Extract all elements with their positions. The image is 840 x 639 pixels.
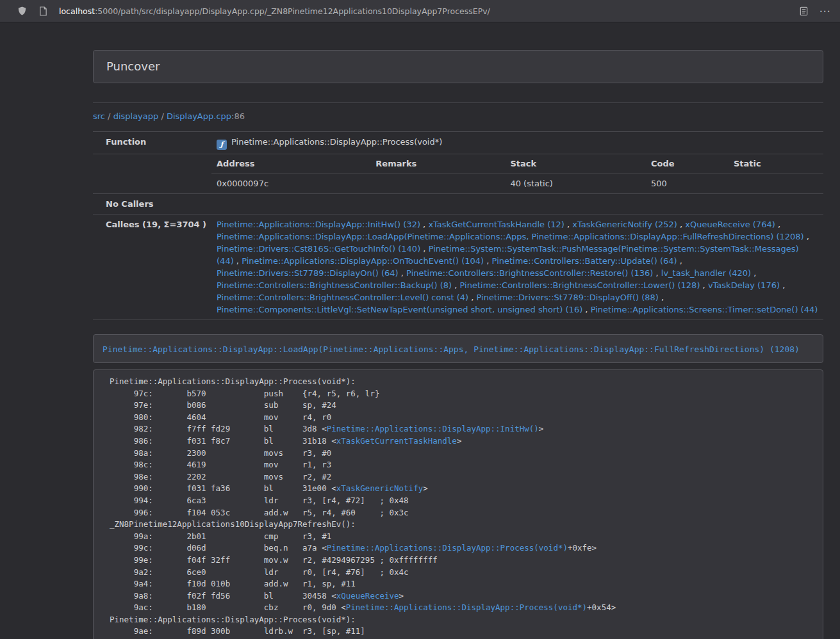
breadcrumb-link[interactable]: src: [93, 111, 105, 121]
overflow-menu-icon[interactable]: ⋯: [817, 3, 832, 19]
no-callers-row: No Callers: [93, 194, 823, 214]
no-callers-label: No Callers: [93, 194, 211, 214]
col-header-stack: Stack: [505, 154, 646, 174]
callee-link[interactable]: xTaskGenericNotify (252): [572, 220, 677, 229]
code-symbol-link[interactable]: xQueueReceive: [336, 591, 399, 601]
code-symbol-link[interactable]: Pinetime::Applications::DisplayApp::Init…: [327, 424, 539, 433]
callees-label: Callees (19, Σ=3704 ): [93, 214, 211, 320]
callee-link[interactable]: lv_task_handler (420): [661, 268, 751, 278]
callee-link[interactable]: Pinetime::Controllers::BrightnessControl…: [460, 280, 700, 290]
function-name: Pinetime::Applications::DisplayApp::Proc…: [231, 137, 442, 147]
metrics-row: Address Remarks Stack Code Static 0x0000…: [93, 154, 823, 194]
callee-link[interactable]: Pinetime::Components::LittleVgl::SetNewT…: [217, 305, 582, 314]
function-icon: ƒ: [217, 140, 227, 150]
code-symbol-link[interactable]: Pinetime::Applications::DisplayApp::Proc…: [346, 603, 587, 612]
stack-value: 40 (static): [505, 174, 646, 194]
function-row: Function ƒPinetime::Applications::Displa…: [93, 132, 823, 154]
col-header-remarks: Remarks: [370, 154, 505, 174]
breadcrumb-separator: /: [158, 111, 167, 121]
url-path: :5000/path/src/displayapp/DisplayApp.cpp…: [95, 6, 490, 16]
callee-link[interactable]: Pinetime::Controllers::BrightnessControl…: [406, 268, 653, 278]
reader-view-icon[interactable]: [796, 3, 811, 19]
callees-row: Callees (19, Σ=3704 ) Pinetime::Applicat…: [93, 214, 823, 320]
function-table: Function ƒPinetime::Applications::Displa…: [93, 131, 823, 320]
address-value: 0x0000097c: [211, 174, 370, 194]
divider: [93, 102, 823, 103]
callee-link[interactable]: Pinetime::Drivers::Cst816S::GetTouchInfo…: [217, 244, 420, 254]
callee-link[interactable]: Pinetime::Drivers::St7789::DisplayOff() …: [477, 293, 659, 302]
callees-cell: Pinetime::Applications::DisplayApp::Init…: [211, 214, 823, 320]
callee-link[interactable]: xTaskGetCurrentTaskHandle (12): [428, 220, 564, 229]
loadapp-link[interactable]: Pinetime::Applications::DisplayApp::Load…: [103, 344, 800, 354]
code-panel: Pinetime::Applications::DisplayApp::Proc…: [93, 369, 823, 639]
breadcrumb: src / displayapp / DisplayApp.cpp:86: [93, 111, 823, 122]
tracking-protection-shield-icon[interactable]: [14, 3, 29, 19]
page-content: Puncover src / displayapp / DisplayApp.c…: [93, 50, 823, 639]
callee-link[interactable]: Pinetime::Applications::DisplayApp::Init…: [217, 220, 420, 229]
code-symbol-link[interactable]: Pinetime::Applications::DisplayApp::Proc…: [327, 543, 568, 553]
callee-link[interactable]: xQueueReceive (764): [685, 220, 775, 229]
callee-link[interactable]: vTaskDelay (176): [708, 280, 780, 290]
breadcrumb-link[interactable]: displayapp: [113, 111, 159, 121]
callee-link[interactable]: Pinetime::Controllers::Battery::Update()…: [492, 256, 677, 266]
metrics-table: Address Remarks Stack Code Static 0x0000…: [211, 154, 823, 193]
col-header-static: Static: [729, 154, 823, 174]
page-info-icon[interactable]: [35, 3, 51, 19]
breadcrumb-separator: /: [105, 111, 113, 121]
puncover-header-panel: Puncover: [93, 50, 823, 83]
function-row-label: Function: [93, 132, 211, 154]
callee-link[interactable]: Pinetime::Applications::DisplayApp::Load…: [217, 232, 804, 241]
remarks-value: [370, 174, 505, 194]
callee-link[interactable]: Pinetime::Controllers::BrightnessControl…: [217, 280, 452, 290]
url-host: localhost: [59, 6, 95, 16]
callee-link[interactable]: Pinetime::Controllers::BrightnessControl…: [217, 293, 468, 302]
callee-link[interactable]: Pinetime::Applications::Screens::Timer::…: [591, 305, 818, 314]
metrics-values-row: 0x0000097c 40 (static) 500: [211, 174, 823, 194]
callee-link[interactable]: Pinetime::Applications::DisplayApp::OnTo…: [242, 256, 484, 266]
disassembly-pre: Pinetime::Applications::DisplayApp::Proc…: [110, 376, 807, 639]
highlight-panel: Pinetime::Applications::DisplayApp::Load…: [93, 334, 823, 363]
col-header-code: Code: [646, 154, 729, 174]
page-title: Puncover: [106, 60, 160, 73]
breadcrumb-link[interactable]: DisplayApp.cpp: [167, 111, 231, 121]
callee-link[interactable]: Pinetime::Drivers::St7789::DisplayOn() (…: [217, 268, 399, 278]
code-value: 500: [646, 174, 729, 194]
breadcrumb-line-number: :86: [231, 111, 245, 121]
code-symbol-link[interactable]: xTaskGetCurrentTaskHandle: [336, 436, 457, 446]
static-value: [729, 174, 823, 194]
browser-toolbar: localhost:5000/path/src/displayapp/Displ…: [0, 0, 840, 22]
url-bar[interactable]: localhost:5000/path/src/displayapp/Displ…: [59, 6, 790, 16]
code-symbol-link[interactable]: xTaskGenericNotify: [336, 483, 423, 493]
col-header-address: Address: [211, 154, 370, 174]
